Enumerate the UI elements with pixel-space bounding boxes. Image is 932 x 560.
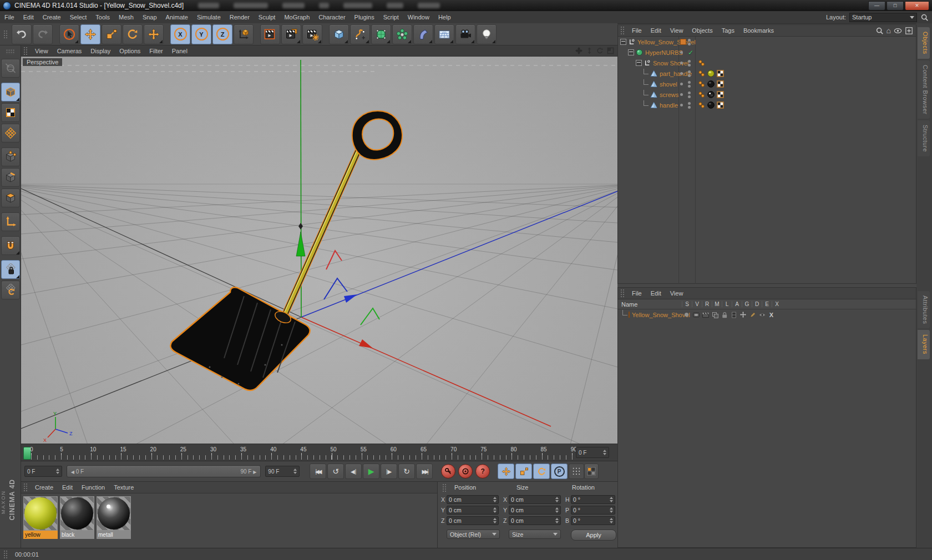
layer-toggle-m[interactable] <box>710 311 720 319</box>
tab-attributes[interactable]: Attributes <box>918 291 930 328</box>
eye-icon[interactable] <box>894 27 902 35</box>
phong-tag-icon[interactable] <box>698 80 705 88</box>
material-label[interactable]: black <box>60 531 94 539</box>
environment-floor-button[interactable] <box>434 24 454 44</box>
spinner-arrows-icon[interactable] <box>610 518 613 523</box>
visibility-dots[interactable] <box>688 102 691 109</box>
enable-dot[interactable] <box>680 72 683 75</box>
material-yellow[interactable]: yellow <box>23 496 58 539</box>
object-name[interactable]: Snow Shovel <box>653 60 688 67</box>
menu-item-animate[interactable]: Animate <box>161 12 193 22</box>
object-name[interactable]: screws <box>660 91 678 98</box>
layer-row[interactable]: Yellow_Snow_ShovelX <box>618 309 916 320</box>
record-position-button[interactable] <box>498 464 514 479</box>
layer-color-chip[interactable] <box>629 312 630 318</box>
visibility-dots[interactable] <box>688 60 691 67</box>
material-label[interactable]: yellow <box>23 531 58 539</box>
spinner-arrows-icon[interactable] <box>493 507 497 513</box>
panel-grip[interactable] <box>620 289 625 298</box>
texture-tag-icon[interactable] <box>717 80 724 88</box>
visibility-toggle[interactable] <box>680 72 683 75</box>
menu-item-plugins[interactable]: Plugins <box>350 12 379 22</box>
menu-item-tags[interactable]: Tags <box>717 26 739 35</box>
tab-layers[interactable]: Layers <box>918 330 930 359</box>
edges-mode-button[interactable] <box>1 168 20 187</box>
keyframe-selection-button[interactable]: ? <box>475 464 490 478</box>
visibility-dots[interactable] <box>688 91 691 98</box>
editor-render-dots[interactable] <box>688 81 691 88</box>
material-black-tag-icon[interactable] <box>707 80 715 88</box>
light-button[interactable] <box>477 24 497 44</box>
menu-item-view[interactable]: View <box>666 288 688 298</box>
goto-end-button[interactable]: ▶▶| <box>416 464 433 479</box>
spinner-arrows-icon[interactable] <box>555 497 559 502</box>
primitive-cube-button[interactable] <box>329 24 349 44</box>
enable-dot[interactable] <box>680 83 683 85</box>
object-tree-row[interactable]: screws <box>618 89 916 100</box>
menu-item-snap[interactable]: Snap <box>138 12 161 22</box>
visibility-toggle[interactable] <box>680 51 683 54</box>
move-button[interactable] <box>80 24 100 44</box>
scale-button[interactable] <box>102 24 121 44</box>
menu-item-bookmarks[interactable]: Bookmarks <box>739 26 778 35</box>
shovel-grip[interactable] <box>352 111 402 160</box>
menu-item-cameras[interactable]: Cameras <box>53 46 87 56</box>
menu-item-display[interactable]: Display <box>86 46 115 56</box>
material-preview[interactable] <box>23 496 58 531</box>
coordinate-mode-dropdown[interactable]: Object (Rel) <box>447 530 500 539</box>
lock-z-button[interactable]: Z <box>212 24 232 44</box>
record-keyframe-button[interactable] <box>441 464 455 478</box>
record-pla-button[interactable] <box>569 464 584 479</box>
editor-render-dots[interactable] <box>688 102 691 109</box>
menu-item-edit[interactable]: Edit <box>646 26 666 35</box>
material-label[interactable]: metall <box>97 531 131 539</box>
pan-view-icon[interactable] <box>575 47 582 54</box>
render-picture-viewer-button[interactable] <box>281 24 301 44</box>
menu-item-options[interactable]: Options <box>115 46 145 56</box>
coord-field[interactable]: 0 cm <box>509 495 561 504</box>
visibility-toggle[interactable] <box>680 104 683 106</box>
visibility-dots[interactable]: ✓ <box>688 49 693 57</box>
layout-dropdown[interactable]: Startup <box>849 13 917 22</box>
mograph-cloner-button[interactable] <box>392 24 412 44</box>
menu-item-edit[interactable]: Edit <box>58 482 77 492</box>
tree-expander-icon[interactable] <box>636 60 642 66</box>
tab-structure[interactable]: Structure <box>918 120 930 156</box>
layer-toggle-x[interactable]: X <box>767 312 776 318</box>
timeline-ruler[interactable]: 051015202530354045505560657075808590 0 F <box>21 444 617 461</box>
menu-item-mograph[interactable]: MoGraph <box>280 12 314 22</box>
size-mode-dropdown[interactable]: Size <box>509 530 561 539</box>
layer-toggle-s[interactable] <box>682 313 691 317</box>
menu-item-view[interactable]: View <box>31 46 53 56</box>
panel-grip[interactable] <box>23 483 28 492</box>
material-preview[interactable] <box>60 496 94 531</box>
home-icon[interactable]: ⌂ <box>887 27 891 34</box>
camera-button[interactable] <box>455 24 475 44</box>
object-name[interactable]: part_handle <box>660 70 692 77</box>
tab-objects[interactable]: Objects <box>918 27 930 59</box>
layer-toggle-v[interactable] <box>691 311 701 319</box>
enable-dot[interactable] <box>680 51 683 54</box>
menu-item-window[interactable]: Window <box>403 12 434 22</box>
visibility-toggle[interactable] <box>680 39 686 45</box>
menu-item-mesh[interactable]: Mesh <box>114 12 138 22</box>
menu-item-file[interactable]: File <box>0 12 19 22</box>
enable-snap-button[interactable] <box>1 236 20 255</box>
menu-item-select[interactable]: Select <box>65 12 92 22</box>
viewport-label[interactable]: Perspective <box>23 58 62 66</box>
menu-item-file[interactable]: File <box>627 288 646 298</box>
frame-end-field[interactable]: 90 F <box>265 466 300 477</box>
editor-render-dots[interactable] <box>688 39 691 45</box>
lock-workplane-button[interactable] <box>1 260 20 279</box>
phong-tag-icon[interactable] <box>698 91 705 98</box>
editor-render-dots[interactable] <box>688 70 691 77</box>
enabled-check-icon[interactable]: ✓ <box>688 49 693 57</box>
spinner-arrows-icon[interactable] <box>555 507 559 513</box>
spinner-arrows-icon[interactable] <box>493 518 497 523</box>
render-view-button[interactable] <box>260 24 280 44</box>
editor-render-dots[interactable] <box>688 91 691 98</box>
tab-content-browser[interactable]: Content Browser <box>918 60 930 119</box>
object-tree-row[interactable]: Snow Shovel <box>618 58 916 68</box>
coordinate-system-button[interactable] <box>234 24 254 44</box>
redo-button[interactable] <box>33 24 53 44</box>
